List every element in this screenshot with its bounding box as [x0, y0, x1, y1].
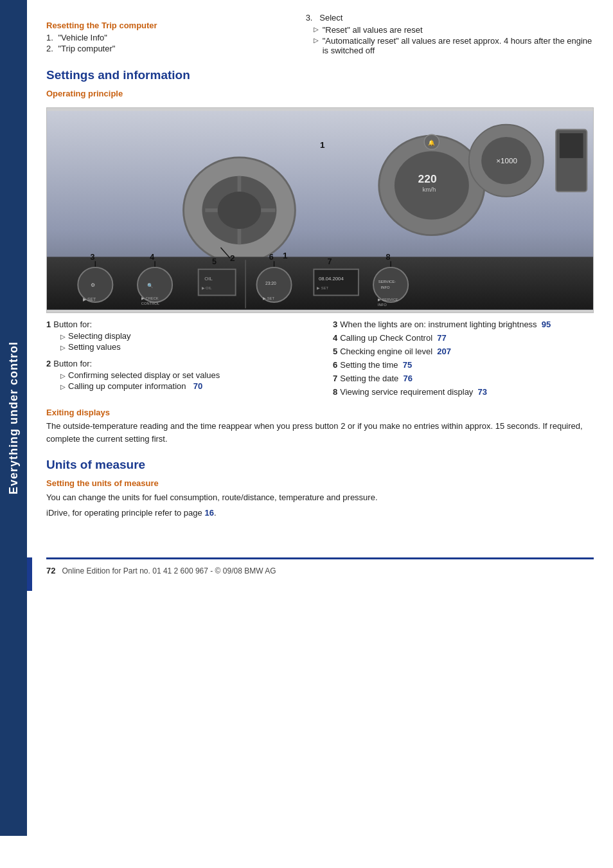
- item-6: 6 Setting the time 75: [333, 360, 594, 370]
- svg-text:▶ OIL: ▶ OIL: [202, 286, 213, 290]
- item-4: 4 Calling up Check Control 77: [333, 333, 594, 343]
- svg-text:▶ CHECK: ▶ CHECK: [141, 296, 159, 300]
- step-2: 2. "Trip computer": [46, 44, 287, 53]
- svg-rect-21: [199, 269, 236, 296]
- main-content: Resetting the Trip computer 1. "Vehicle …: [27, 0, 613, 868]
- steps-left-list: 1. "Vehicle Info" 2. "Trip computer": [46, 33, 287, 53]
- operating-principle-title: Operating principle: [46, 89, 594, 98]
- svg-text:OIL: OIL: [204, 276, 213, 282]
- units-section: Units of measure Setting the units of me…: [46, 458, 594, 519]
- svg-text:🔔: 🔔: [428, 139, 435, 147]
- step-1-num: 1.: [46, 33, 53, 42]
- svg-text:3: 3: [91, 253, 95, 262]
- items-right: 3 When the lights are on: instrument lig…: [333, 320, 594, 399]
- svg-text:23:20: 23:20: [265, 281, 276, 285]
- sidebar-label: Everything under control: [7, 341, 21, 494]
- steps-right-list: "Reset" all values are reset "Automatica…: [314, 25, 594, 55]
- item-1: 1 Button for: Selecting display Setting …: [46, 320, 307, 353]
- svg-text:5: 5: [212, 257, 217, 266]
- svg-text:×1000: ×1000: [496, 157, 517, 165]
- item-3: 3 When the lights are on: instrument lig…: [333, 320, 594, 329]
- svg-text:4: 4: [150, 253, 154, 262]
- svg-rect-53: [560, 133, 583, 158]
- page-number: 72: [46, 566, 55, 575]
- car-svg: 3 ⚙ ▶ SET 4 🔍 ▶ CHECK CONTROL 5 OIL ▶: [47, 108, 593, 312]
- trip-computer-section: Resetting the Trip computer 1. "Vehicle …: [46, 13, 594, 57]
- svg-text:⚙: ⚙: [91, 282, 95, 288]
- svg-text:km/h: km/h: [422, 186, 436, 193]
- item-1-sub-1: Selecting display: [60, 331, 307, 341]
- item-5: 5 Checking engine oil level 207: [333, 347, 594, 356]
- footer: 72 Online Edition for Part no. 01 41 2 6…: [46, 557, 594, 575]
- svg-text:SERVICE-: SERVICE-: [378, 280, 396, 284]
- svg-text:CONTROL: CONTROL: [141, 302, 160, 305]
- exiting-displays-text: The outside-temperature reading and the …: [46, 420, 594, 445]
- car-image: 3 ⚙ ▶ SET 4 🔍 ▶ CHECK CONTROL 5 OIL ▶: [46, 107, 594, 313]
- item-1-sub-2: Setting values: [60, 342, 307, 352]
- svg-text:1: 1: [283, 251, 288, 260]
- units-subtitle: Setting the units of measure: [46, 478, 594, 488]
- item-2: 2 Button for: Confirming selected displa…: [46, 359, 307, 392]
- svg-text:▶ SET: ▶ SET: [83, 297, 96, 302]
- step-2-num: 2.: [46, 44, 53, 53]
- units-ref-link[interactable]: 16: [204, 508, 213, 518]
- item-7: 7 Setting the date 76: [333, 374, 594, 383]
- items-left: 1 Button for: Selecting display Setting …: [46, 320, 307, 399]
- sub-step-reset: "Reset" all values are reset: [314, 25, 594, 35]
- exiting-displays-section: Exiting displays The outside-temperature…: [46, 408, 594, 445]
- step-1-text: "Vehicle Info": [58, 33, 107, 42]
- right-col: 3. Select "Reset" all values are reset "…: [306, 13, 594, 57]
- items-description: 1 Button for: Selecting display Setting …: [46, 320, 594, 399]
- footer-text: Online Edition for Part no. 01 41 2 600 …: [62, 566, 276, 575]
- svg-text:INFO: INFO: [381, 285, 390, 289]
- step-2-text: "Trip computer": [58, 44, 115, 53]
- sidebar: Everything under control: [0, 0, 27, 836]
- svg-text:220: 220: [418, 172, 437, 185]
- step-3-intro: 3. Select: [306, 13, 594, 23]
- svg-text:1: 1: [320, 140, 325, 150]
- footer-bar: [27, 557, 32, 591]
- item-2-sub-2: Calling up computer information 70: [60, 381, 307, 391]
- exiting-displays-title: Exiting displays: [46, 408, 594, 417]
- svg-text:6: 6: [269, 253, 274, 262]
- svg-text:08.04.2004: 08.04.2004: [319, 276, 344, 282]
- svg-text:▶ SET: ▶ SET: [263, 296, 274, 300]
- item-2-sub-1: Confirming selected display or set value…: [60, 370, 307, 380]
- step-1: 1. "Vehicle Info": [46, 33, 287, 42]
- sub-step-auto-reset: "Automatically reset" all values are res…: [314, 36, 594, 55]
- svg-text:▶ SERVICE-: ▶ SERVICE-: [378, 298, 400, 302]
- units-text2: iDrive, for operating principle refer to…: [46, 507, 594, 520]
- svg-text:INFO: INFO: [378, 303, 387, 307]
- units-title: Units of measure: [46, 458, 594, 472]
- left-col: Resetting the Trip computer 1. "Vehicle …: [46, 13, 287, 57]
- units-text1: You can change the units for fuel consum…: [46, 491, 594, 504]
- svg-text:▶ SET: ▶ SET: [317, 286, 328, 290]
- item-8: 8 Viewing service requirement display 73: [333, 387, 594, 397]
- svg-point-36: [373, 267, 408, 302]
- svg-text:🔍: 🔍: [147, 282, 154, 289]
- svg-text:7: 7: [328, 257, 332, 266]
- reset-trip-title: Resetting the Trip computer: [46, 21, 287, 30]
- svg-text:8: 8: [386, 253, 390, 262]
- svg-rect-31: [314, 269, 359, 296]
- settings-title: Settings and information: [46, 68, 594, 82]
- svg-point-3: [218, 192, 262, 229]
- svg-text:2: 2: [230, 253, 235, 263]
